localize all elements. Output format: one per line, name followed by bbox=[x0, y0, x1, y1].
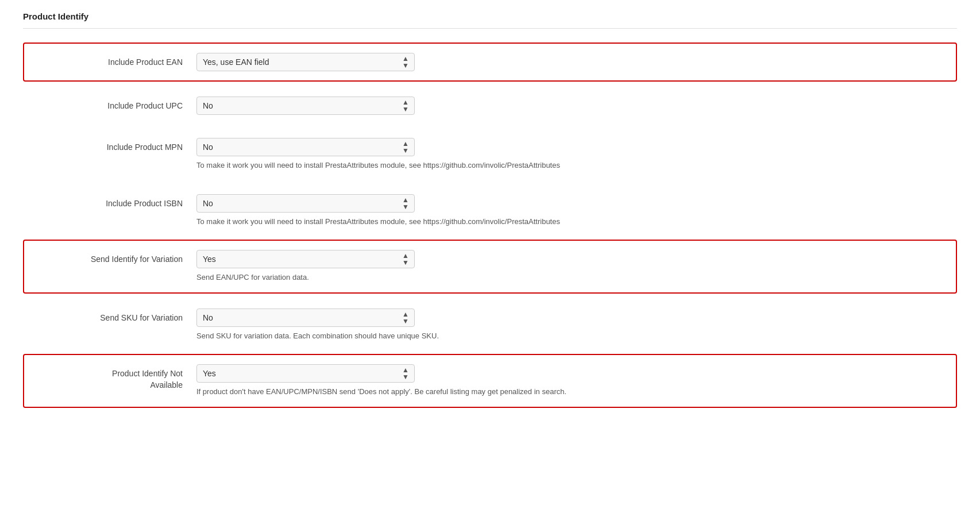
select-wrapper-include-product-ean: Yes, use EAN fieldNo▲▼ bbox=[196, 53, 415, 71]
form-row-send-sku-variation: Send SKU for VariationNoYes▲▼Send SKU fo… bbox=[23, 298, 957, 352]
hint-text-product-identify-not-available: If product don't have EAN/UPC/MPN/ISBN s… bbox=[196, 386, 713, 398]
field-label-include-product-ean: Include Product EAN bbox=[36, 53, 196, 68]
hint-text-send-identify-variation: Send EAN/UPC for variation data. bbox=[196, 272, 713, 283]
form-row-product-identify-not-available: Product Identify Not AvailableYesNo▲▼If … bbox=[23, 354, 957, 408]
field-label-send-sku-variation: Send SKU for Variation bbox=[36, 309, 196, 324]
field-label-product-identify-not-available: Product Identify Not Available bbox=[36, 364, 196, 391]
form-row-include-product-upc: Include Product UPCNoYes▲▼ bbox=[23, 86, 957, 125]
section-title: Product Identify bbox=[23, 11, 957, 21]
select-wrapper-include-product-mpn: NoYes▲▼ bbox=[196, 138, 415, 156]
field-label-include-product-mpn: Include Product MPN bbox=[36, 138, 196, 153]
select-wrapper-include-product-isbn: NoYes▲▼ bbox=[196, 194, 415, 213]
field-label-send-identify-variation: Send Identify for Variation bbox=[36, 250, 196, 265]
field-content-send-identify-variation: YesNo▲▼Send EAN/UPC for variation data. bbox=[196, 250, 944, 283]
field-content-include-product-mpn: NoYes▲▼To make it work you will need to … bbox=[196, 138, 944, 171]
section-divider bbox=[23, 28, 957, 29]
field-content-include-product-isbn: NoYes▲▼To make it work you will need to … bbox=[196, 194, 944, 228]
hint-text-include-product-isbn: To make it work you will need to install… bbox=[196, 216, 713, 228]
field-content-include-product-ean: Yes, use EAN fieldNo▲▼ bbox=[196, 53, 944, 71]
select-include-product-mpn[interactable]: NoYes bbox=[196, 138, 415, 156]
form-rows: Include Product EANYes, use EAN fieldNo▲… bbox=[23, 43, 957, 413]
form-row-include-product-isbn: Include Product ISBNNoYes▲▼To make it wo… bbox=[23, 184, 957, 238]
select-include-product-isbn[interactable]: NoYes bbox=[196, 194, 415, 213]
field-content-send-sku-variation: NoYes▲▼Send SKU for variation data. Each… bbox=[196, 309, 944, 342]
select-product-identify-not-available[interactable]: YesNo bbox=[196, 364, 415, 383]
select-wrapper-product-identify-not-available: YesNo▲▼ bbox=[196, 364, 415, 383]
field-content-include-product-upc: NoYes▲▼ bbox=[196, 97, 944, 115]
hint-text-send-sku-variation: Send SKU for variation data. Each combin… bbox=[196, 330, 713, 342]
field-content-product-identify-not-available: YesNo▲▼If product don't have EAN/UPC/MPN… bbox=[196, 364, 944, 398]
select-include-product-upc[interactable]: NoYes bbox=[196, 97, 415, 115]
select-send-identify-variation[interactable]: YesNo bbox=[196, 250, 415, 268]
field-label-include-product-isbn: Include Product ISBN bbox=[36, 194, 196, 210]
form-row-send-identify-variation: Send Identify for VariationYesNo▲▼Send E… bbox=[23, 240, 957, 294]
select-wrapper-send-sku-variation: NoYes▲▼ bbox=[196, 309, 415, 327]
form-row-include-product-mpn: Include Product MPNNoYes▲▼To make it wor… bbox=[23, 128, 957, 182]
select-send-sku-variation[interactable]: NoYes bbox=[196, 309, 415, 327]
hint-text-include-product-mpn: To make it work you will need to install… bbox=[196, 160, 713, 171]
page-container: Product Identify Include Product EANYes,… bbox=[0, 0, 980, 532]
select-wrapper-include-product-upc: NoYes▲▼ bbox=[196, 97, 415, 115]
field-label-include-product-upc: Include Product UPC bbox=[36, 97, 196, 112]
form-row-include-product-ean: Include Product EANYes, use EAN fieldNo▲… bbox=[23, 43, 957, 82]
select-wrapper-send-identify-variation: YesNo▲▼ bbox=[196, 250, 415, 268]
select-include-product-ean[interactable]: Yes, use EAN fieldNo bbox=[196, 53, 415, 71]
